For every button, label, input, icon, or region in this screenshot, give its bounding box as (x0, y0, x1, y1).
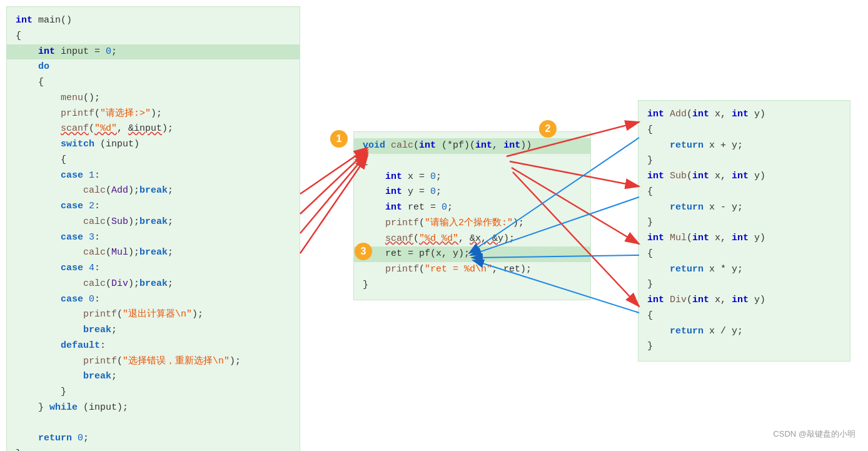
code-line: switch (input) (16, 137, 291, 153)
mid-code-panel: void calc(int (*pf)(int, int)) { int x =… (353, 131, 591, 300)
code-line: calc(Sub);break; (16, 215, 291, 230)
code-line: return x / y; (647, 324, 841, 340)
code-line: int x = 0; (363, 170, 582, 185)
code-line: printf("请选择:>"); (16, 106, 291, 122)
code-line: return x + y; (647, 138, 841, 154)
code-line: menu(); (16, 91, 291, 106)
code-line (16, 416, 291, 432)
code-line: scanf("%d %d", &x, &y); (363, 231, 582, 247)
code-line: calc(Div);break; (16, 276, 291, 292)
code-line: return 0; (16, 431, 291, 447)
code-line: printf("ret = %d\n", ret); (363, 262, 582, 278)
code-line: default: (16, 338, 291, 354)
code-line: { (16, 75, 291, 91)
code-line-highlight: ret = pf(x, y); (354, 246, 590, 262)
code-line: printf("退出计算器\n"); (16, 307, 291, 323)
code-line: int ret = 0; (363, 200, 582, 216)
code-line: int y = 0; (363, 185, 582, 200)
code-line: int Sub(int x, int y) (647, 169, 841, 185)
code-line: case 2: (16, 199, 291, 215)
code-line: calc(Mul);break; (16, 245, 291, 261)
code-line: } (16, 447, 291, 451)
code-line: case 0: (16, 292, 291, 308)
code-line: } (647, 153, 841, 169)
code-line: printf("请输入2个操作数:"); (363, 216, 582, 231)
code-line: } while (input); (16, 400, 291, 416)
code-line: } (16, 385, 291, 400)
right-code-panel: int Add(int x, int y) { return x + y; } … (638, 100, 850, 362)
code-line: { (647, 308, 841, 324)
watermark: CSDN @敲键盘的小明 (773, 428, 855, 440)
code-line: break; (16, 323, 291, 338)
code-line: { (16, 153, 291, 168)
code-line: case 4: (16, 261, 291, 276)
code-line: do (16, 59, 291, 75)
code-line: { (647, 185, 841, 200)
code-line: break; (16, 369, 291, 385)
code-line: case 3: (16, 230, 291, 246)
code-line: int main() (16, 13, 291, 29)
code-line-highlight: int input = 0; (7, 44, 300, 60)
code-line: { (16, 29, 291, 44)
code-line: printf("选择错误，重新选择\n"); (16, 354, 291, 370)
code-line: { (363, 154, 582, 170)
code-line: calc(Add);break; (16, 183, 291, 199)
code-line: { (647, 246, 841, 262)
code-line: int Add(int x, int y) (647, 107, 841, 123)
badge-1: 1 (330, 130, 348, 148)
code-line: } (647, 215, 841, 231)
badge-2: 2 (539, 120, 557, 138)
code-line-highlight: void calc(int (*pf)(int, int)) (354, 138, 590, 154)
code-line: case 1: (16, 168, 291, 184)
code-line: return x * y; (647, 262, 841, 278)
code-line: } (647, 339, 841, 355)
code-line: int Div(int x, int y) (647, 293, 841, 308)
code-line: scanf("%d", &input); (16, 121, 291, 137)
badge-3: 3 (355, 243, 372, 260)
code-line: return x - y; (647, 200, 841, 216)
code-line: } (363, 278, 582, 293)
left-code-panel: int main() { int input = 0; do { menu();… (6, 6, 300, 451)
code-line: } (647, 277, 841, 293)
code-line: { (647, 123, 841, 138)
code-line: int Mul(int x, int y) (647, 231, 841, 246)
